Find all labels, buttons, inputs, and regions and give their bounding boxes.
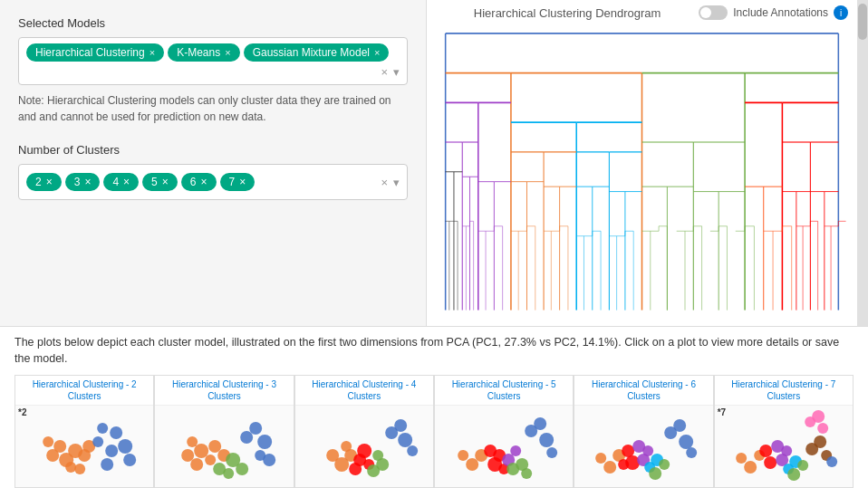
km-tag-label: K-Means	[177, 46, 220, 59]
svg-point-8	[74, 464, 85, 474]
hc-tag[interactable]: Hierarchical Clustering ×	[26, 43, 164, 62]
cluster-2-close[interactable]: ×	[46, 176, 53, 188]
cluster-6-close[interactable]: ×	[201, 176, 207, 188]
note-text: Note: Hierarchical Clustering models can…	[18, 92, 408, 125]
cluster-plot-2-body[interactable]: *2	[15, 406, 153, 487]
cluster-plot-4-header: Hierarchical Clustering - 4 Clusters	[295, 376, 433, 406]
cluster-plot-7-body[interactable]: *7	[715, 406, 853, 487]
svg-point-6	[43, 436, 53, 447]
svg-point-13	[92, 436, 103, 447]
scrollbar[interactable]	[857, 0, 868, 326]
svg-point-83	[759, 445, 772, 457]
svg-point-55	[510, 445, 521, 456]
toggle-label: Include Annotations	[733, 6, 828, 19]
km-tag[interactable]: K-Means ×	[168, 43, 239, 62]
cluster-plot-2-svg	[15, 406, 153, 487]
cluster-plot-6-header: Hierarchical Clustering - 6 Clusters	[574, 376, 712, 406]
svg-point-27	[240, 431, 253, 444]
svg-point-21	[187, 436, 198, 447]
cluster-6-tag[interactable]: 6 ×	[181, 173, 217, 191]
svg-point-28	[249, 422, 262, 435]
svg-point-87	[781, 445, 792, 456]
gmm-tag[interactable]: Gaussian Mixture Model ×	[244, 43, 390, 62]
info-icon[interactable]: i	[834, 5, 848, 20]
dendrogram-header: Hierarchical Clustering Dendrogram Inclu…	[427, 0, 857, 24]
include-annotations-toggle[interactable]	[699, 5, 728, 20]
cluster-plot-5[interactable]: Hierarchical Clustering - 5 Clusters	[434, 375, 574, 488]
cluster-5-close[interactable]: ×	[162, 176, 169, 188]
cluster-plot-5-body[interactable]	[435, 406, 573, 487]
clear-all-icon[interactable]: ×	[381, 65, 388, 79]
svg-point-81	[744, 461, 757, 474]
svg-point-94	[817, 423, 828, 434]
cluster-7-label: 7	[229, 176, 236, 188]
cluster-2-label: 2	[35, 176, 42, 188]
dropdown-icon[interactable]: ▾	[393, 65, 400, 79]
svg-point-77	[673, 419, 686, 432]
clusters-tag-container: 2 × 3 × 4 × 5 × 6 ×	[18, 164, 408, 200]
svg-point-80	[736, 453, 747, 464]
svg-point-10	[97, 423, 108, 434]
svg-point-62	[546, 447, 557, 458]
cluster-plot-6-svg	[574, 406, 712, 487]
bottom-section: The plots below depict each cluster mode…	[0, 326, 868, 489]
toggle-area: Include Annotations i	[699, 5, 848, 20]
cluster-4-close[interactable]: ×	[123, 176, 130, 188]
svg-point-74	[649, 467, 661, 480]
cluster-plot-3[interactable]: Hierarchical Clustering - 3 Clusters	[154, 375, 294, 488]
cluster-plot-3-body[interactable]	[155, 406, 293, 487]
cluster-7-close[interactable]: ×	[239, 176, 246, 188]
svg-point-17	[190, 458, 203, 471]
svg-point-98	[826, 456, 837, 467]
description-text: The plots below depict each cluster mode…	[14, 334, 854, 368]
svg-point-2	[53, 440, 66, 453]
cluster-plot-6[interactable]: Hierarchical Clustering - 6 Clusters	[574, 375, 713, 488]
cluster-plot-2[interactable]: Hierarchical Clustering - 2 Clusters *2	[14, 375, 154, 488]
gmm-tag-close[interactable]: ×	[374, 47, 380, 58]
cluster-clear-all-icon[interactable]: ×	[381, 176, 388, 189]
cluster-plot-4[interactable]: Hierarchical Clustering - 4 Clusters	[294, 375, 434, 488]
cluster-6-label: 6	[190, 176, 197, 188]
svg-point-19	[205, 455, 216, 465]
cluster-plot-5-header: Hierarchical Clustering - 5 Clusters	[435, 376, 573, 406]
svg-point-12	[118, 439, 132, 454]
scrollbar-thumb[interactable]	[858, 4, 867, 40]
svg-point-37	[349, 463, 362, 475]
cluster-5-tag[interactable]: 5 ×	[142, 173, 178, 191]
cluster-3-label: 3	[74, 176, 81, 188]
cluster-plot-2-header: Hierarchical Clustering - 2 Clusters	[15, 376, 153, 406]
clusters-label: Number of Clusters	[18, 143, 408, 157]
svg-point-64	[603, 461, 616, 474]
cluster-dropdown-icon[interactable]: ▾	[393, 176, 400, 189]
cluster-4-tag[interactable]: 4 ×	[103, 173, 139, 191]
cluster-plot-7-header: Hierarchical Clustering - 7 Clusters	[715, 376, 853, 406]
km-tag-close[interactable]: ×	[225, 47, 230, 58]
svg-point-25	[236, 463, 248, 475]
dendrogram-svg	[427, 24, 857, 321]
cluster-2-tag[interactable]: 2 ×	[26, 173, 62, 191]
cluster-plot-7-svg	[715, 406, 853, 487]
cluster-7-tag[interactable]: 7 ×	[220, 173, 256, 191]
cluster-plot-7[interactable]: Hierarchical Clustering - 7 Clusters *7	[714, 375, 854, 488]
tag-actions: × ▾	[381, 65, 400, 79]
cluster-5-label: 5	[151, 176, 158, 188]
cluster-plot-7-label: *7	[718, 407, 726, 417]
svg-point-63	[595, 453, 606, 464]
models-tag-container: Hierarchical Clustering × K-Means × Gaus…	[18, 37, 408, 85]
cluster-3-tag[interactable]: 3 ×	[65, 173, 101, 191]
cluster-plot-6-body[interactable]	[574, 406, 712, 487]
svg-point-26	[223, 468, 234, 479]
svg-point-79	[686, 447, 697, 458]
svg-point-14	[123, 454, 136, 466]
svg-point-44	[394, 419, 407, 432]
cluster-plot-3-svg	[155, 406, 293, 487]
svg-point-35	[341, 441, 352, 452]
cluster-3-close[interactable]: ×	[84, 176, 91, 188]
cluster-plot-4-body[interactable]	[295, 406, 433, 487]
cluster-4-label: 4	[112, 176, 119, 188]
svg-point-42	[372, 450, 383, 461]
cluster-tag-actions: × ▾	[381, 176, 400, 189]
svg-point-68	[618, 459, 629, 470]
svg-point-9	[110, 426, 122, 439]
hc-tag-close[interactable]: ×	[149, 47, 155, 58]
